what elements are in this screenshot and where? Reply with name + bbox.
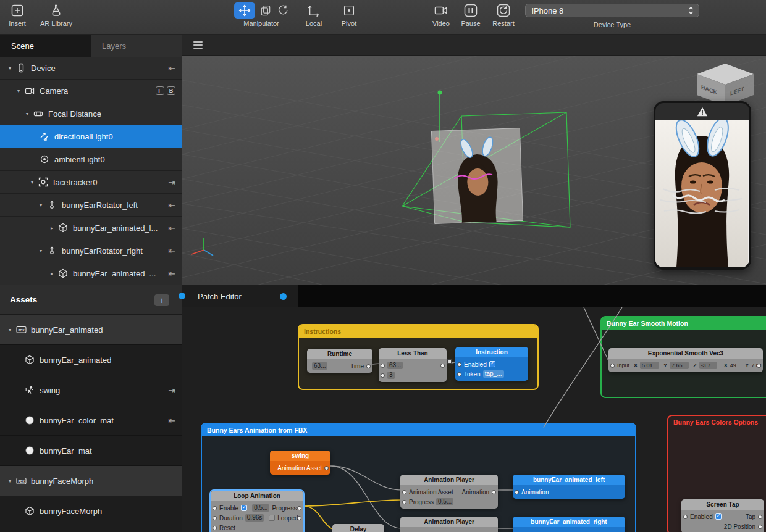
patch-node-delay[interactable]: Delay [332,524,384,532]
duplicate-tool-button[interactable] [259,4,272,17]
unpin-icon[interactable]: ⇥ [168,177,175,187]
enable-checkbox[interactable] [241,505,247,511]
disclosure-triangle[interactable]: ▸ [47,271,57,276]
asset-row-bunny-face-morph-mesh[interactable]: bunnyFaceMorph [0,496,182,526]
insert-button[interactable]: Insert [4,2,31,27]
tab-layers[interactable]: Layers [91,35,182,57]
restart-button[interactable]: Restart [489,2,518,27]
output-port[interactable] [297,506,301,510]
disclosure-triangle[interactable]: ▾ [5,478,15,484]
unpin-icon[interactable]: ⇥ [168,385,175,395]
input-port[interactable] [381,373,385,378]
asset-row-bunny-face-morph-fbx[interactable]: ▾ FBX bunnyFaceMorph [0,466,182,496]
node-title: Animation Player [424,518,474,525]
device-type-select[interactable]: iPhone 8 [525,4,699,17]
video-button[interactable]: Video [427,2,455,27]
patch-node-less-than[interactable]: Less Than 63... 3 [379,348,447,382]
input-port[interactable] [213,526,217,530]
patch-node-animation-player-1[interactable]: Animation Player Animation Asset Animati… [400,475,498,509]
input-port[interactable] [213,506,217,510]
disclosure-triangle[interactable]: ▾ [22,111,32,117]
output-port[interactable] [366,364,371,368]
looped-checkbox[interactable] [269,515,275,521]
tree-row-focal-distance[interactable]: ▾ Focal Distance [0,102,182,125]
disclosure-triangle[interactable]: ▾ [5,65,15,71]
output-port[interactable] [297,516,301,520]
viewport-menu-icon[interactable] [193,41,203,49]
pause-button[interactable]: Pause [457,2,484,27]
device-type-label: Device Type [525,21,699,28]
badge-back[interactable]: B [167,86,175,95]
asset-row-bunny-ear-animated-mesh[interactable]: bunnyEar_animated [0,345,182,375]
patch-editor-canvas[interactable]: Instructions Bunny Ear Smooth Motion Bun… [182,307,766,532]
output-port[interactable] [758,525,762,529]
tree-row-ambient-light[interactable]: ambientLight0 [0,148,182,171]
pin-icon[interactable]: ⇤ [168,200,175,210]
output-port[interactable] [758,515,762,519]
input-port[interactable] [457,362,461,367]
patch-node-exponential-smooth[interactable]: Exponential Smooth Vec3 Input X 5.01... … [608,348,763,372]
badge-front[interactable]: F [156,86,164,95]
tree-row-bunny-ear-rotator-left[interactable]: ▾ bunnyEarRotator_left ⇤ [0,194,182,217]
output-port[interactable] [324,466,329,470]
output-port[interactable] [440,364,445,368]
enabled-checkbox[interactable] [715,513,722,520]
disclosure-triangle[interactable]: ▾ [36,248,46,254]
disclosure-triangle[interactable]: ▾ [14,88,23,94]
pin-icon[interactable]: ⇤ [168,268,175,278]
pivot-button[interactable]: Pivot [335,2,363,27]
input-port[interactable] [213,516,217,520]
input-port[interactable] [683,515,688,519]
tree-row-bunny-ear-animated-right[interactable]: ▸ bunnyEar_animated_... ⇤ [0,262,182,285]
pages-icon [259,4,272,17]
tree-row-camera[interactable]: ▾ Camera F B [0,80,182,102]
tab-patch-editor[interactable]: Patch Editor [182,285,298,307]
patch-node-instruction[interactable]: Instruction Enabled Token tap_... [455,347,528,381]
local-button[interactable]: Local [300,2,327,27]
axis-label: Y [745,362,749,368]
input-port[interactable] [402,500,406,504]
patch-node-runtime[interactable]: Runtime 63... Time [307,349,372,373]
asset-row-bunny-ear-mat[interactable]: bunnyEar_mat [0,436,182,466]
patch-node-bunny-ear-left[interactable]: bunnyEar_animated_left Animation [513,475,625,499]
disclosure-triangle[interactable]: ▾ [5,327,15,333]
tree-row-bunny-ear-rotator-right[interactable]: ▾ bunnyEarRotator_right ⇤ [0,239,182,262]
patch-node-bunny-ear-right[interactable]: bunnyEar_animated_right [513,517,625,532]
simulator-screen [655,120,749,267]
orientation-cube[interactable]: BACK LEFT [696,63,755,106]
pin-icon[interactable]: ⇤ [168,415,175,425]
pin-icon[interactable]: ⇤ [168,63,175,73]
pin-icon[interactable]: ⇤ [168,246,175,256]
tree-row-bunny-ear-animated-left[interactable]: ▸ bunnyEar_animated_l... ⇤ [0,217,182,239]
asset-row-bunny-ear-animated-fbx[interactable]: ▾ FBX bunnyEar_animated [0,315,182,345]
enabled-checkbox[interactable] [489,361,495,367]
add-asset-button[interactable]: + [154,294,169,306]
tree-row-directional-light[interactable]: directionalLight0 [0,125,182,148]
input-port[interactable] [457,372,461,376]
tab-scene[interactable]: Scene [0,35,91,57]
asset-row-swing[interactable]: swing ⇥ [0,375,182,405]
disclosure-triangle[interactable]: ▾ [36,202,46,208]
input-port[interactable] [610,364,615,368]
disclosure-triangle[interactable]: ▾ [27,180,37,185]
simulator-preview[interactable] [654,101,751,270]
input-port[interactable] [515,490,519,494]
asset-row-bunny-ear-color-mat[interactable]: bunnyEar_color_mat ⇤ [0,405,182,436]
move-tool-button[interactable] [234,2,255,19]
input-port[interactable] [381,364,385,368]
patch-node-loop-animation[interactable]: Loop Animation Enable 0.5... Progress Du… [211,491,303,532]
pin-icon[interactable]: ⇤ [168,223,175,233]
patch-node-animation-player-2[interactable]: Animation Player [400,517,498,532]
patch-node-screen-tap[interactable]: Screen Tap Enabled Tap 2D Position [681,499,764,532]
ar-library-button[interactable]: AR Library [35,2,78,27]
output-port[interactable] [492,490,496,494]
tree-row-facetracker[interactable]: ▾ facetracker0 ⇥ [0,171,182,194]
patch-node-swing-asset[interactable]: swing Animation Asset [270,451,330,475]
disclosure-triangle[interactable]: ▸ [47,225,57,231]
node-title: Loop Animation [234,493,280,499]
rotate-tool-button[interactable] [276,4,288,17]
tree-row-device[interactable]: ▾ Device ⇤ [0,57,182,80]
output-port[interactable] [757,364,761,368]
viewport-3d[interactable]: BACK LEFT [182,56,766,285]
input-port[interactable] [402,490,406,494]
